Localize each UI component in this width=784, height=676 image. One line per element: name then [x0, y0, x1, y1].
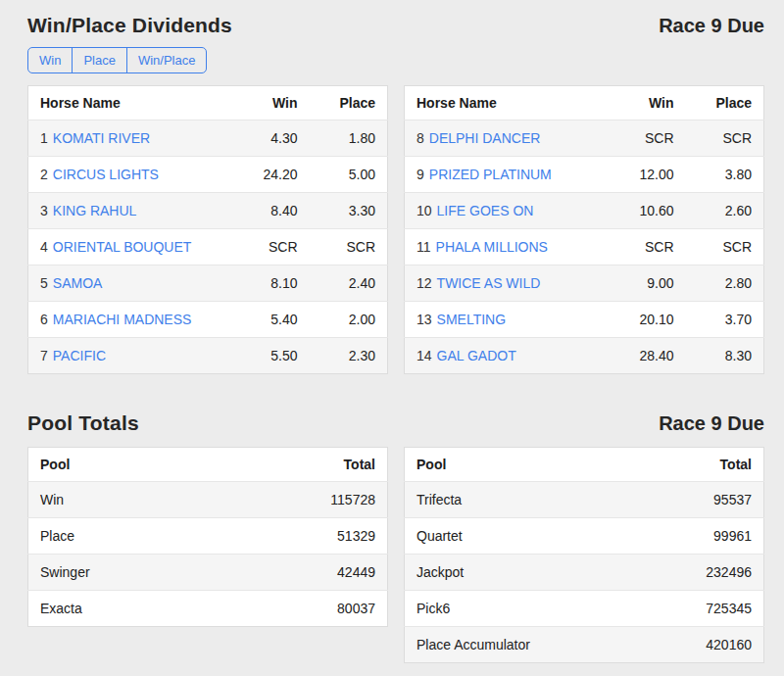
horse-name-cell: 4ORIENTAL BOUQUET	[28, 229, 231, 266]
horse-link[interactable]: KOMATI RIVER	[53, 130, 150, 146]
win-dividend-value: 5.40	[231, 302, 310, 338]
win-dividend-value: 8.40	[231, 193, 310, 229]
win-dividend-value: 20.10	[608, 302, 686, 338]
win-dividend-value: 4.30	[231, 121, 310, 157]
win-dividend-value: SCR	[231, 229, 310, 266]
table-row: 9PRIZED PLATINUM 12.00 3.80	[405, 157, 764, 193]
horse-number: 13	[416, 312, 432, 327]
page-title: Win/Place Dividends	[27, 14, 232, 37]
horse-name-cell: 9PRIZED PLATINUM	[405, 157, 608, 193]
horse-link[interactable]: SAMOA	[53, 275, 103, 291]
horse-link[interactable]: PACIFIC	[53, 348, 106, 363]
horse-number: 8	[416, 130, 424, 146]
horse-link[interactable]: ORIENTAL BOUQUET	[53, 239, 192, 255]
total-column-header: Total	[666, 448, 764, 482]
horse-name-cell: 6MARIACHI MADNESS	[28, 302, 231, 338]
horse-number: 5	[40, 275, 48, 291]
table-row: Swinger 42449	[28, 555, 388, 591]
pool-name: Jackpot	[405, 555, 666, 591]
horse-link[interactable]: SMELTING	[437, 312, 507, 327]
horse-link[interactable]: CIRCUS LIGHTS	[53, 167, 159, 182]
horse-name-cell: 12TWICE AS WILD	[405, 266, 608, 302]
pool-total-value: 232496	[666, 555, 764, 591]
place-dividend-value: 1.80	[310, 121, 388, 157]
dividends-table-left: Horse Name Win Place 1KOMATI RIVER 4.30 …	[27, 85, 388, 374]
table-row: 3KING RAHUL 8.40 3.30	[28, 193, 388, 229]
place-dividend-value: 5.00	[310, 157, 388, 193]
pool-name: Quartet	[405, 518, 666, 555]
place-column-header: Place	[686, 86, 764, 121]
filter-button-winplace[interactable]: Win/Place	[126, 47, 208, 73]
horse-number: 9	[416, 167, 424, 182]
place-dividend-value: SCR	[686, 121, 764, 157]
table-row: Quartet 99961	[405, 518, 764, 555]
horse-link[interactable]: DELPHI DANCER	[429, 130, 541, 146]
pool-name: Place Accumulator	[405, 627, 666, 663]
horse-number: 3	[40, 203, 48, 218]
horse-name-column-header: Horse Name	[28, 86, 231, 121]
pool-total-value: 95537	[666, 482, 764, 518]
table-row: Pick6 725345	[405, 591, 764, 627]
filter-button-place[interactable]: Place	[72, 47, 127, 73]
filter-button-win[interactable]: Win	[27, 47, 73, 73]
horse-link[interactable]: GAL GADOT	[437, 348, 516, 363]
table-row: Place 51329	[28, 518, 388, 555]
horse-name-cell: 14GAL GADOT	[405, 338, 608, 374]
table-row: 14GAL GADOT 28.40 8.30	[405, 338, 764, 374]
table-header-row: Pool Total	[28, 448, 388, 482]
horse-number: 7	[40, 348, 48, 363]
win-dividend-value: 9.00	[608, 266, 686, 302]
place-dividend-value: SCR	[686, 229, 764, 266]
pool-name: Trifecta	[405, 482, 666, 518]
horse-link[interactable]: TWICE AS WILD	[437, 275, 541, 291]
horse-link[interactable]: LIFE GOES ON	[437, 203, 534, 218]
win-dividend-value: 10.60	[608, 193, 686, 229]
place-dividend-value: 2.30	[310, 338, 388, 374]
win-dividend-value: 24.20	[231, 157, 310, 193]
place-dividend-value: 3.30	[310, 193, 388, 229]
pool-name: Pick6	[405, 591, 666, 627]
table-row: 6MARIACHI MADNESS 5.40 2.00	[28, 302, 388, 338]
table-row: Trifecta 95537	[405, 482, 764, 518]
horse-name-cell: 1KOMATI RIVER	[28, 121, 231, 157]
horse-name-cell: 3KING RAHUL	[28, 193, 231, 229]
horse-number: 1	[40, 130, 48, 146]
place-dividend-value: SCR	[310, 229, 388, 266]
pools-section-header: Pool Totals Race 9 Due	[27, 411, 764, 435]
horse-link[interactable]: KING RAHUL	[53, 203, 137, 218]
horse-link[interactable]: PRIZED PLATINUM	[429, 167, 552, 182]
table-header-row: Pool Total	[405, 448, 764, 482]
pool-total-value: 420160	[666, 627, 764, 663]
horse-name-cell: 10LIFE GOES ON	[405, 193, 608, 229]
table-row: 1KOMATI RIVER 4.30 1.80	[28, 121, 388, 157]
race-status-badge: Race 9 Due	[659, 412, 764, 435]
horse-name-cell: 5SAMOA	[28, 266, 231, 302]
pool-column-header: Pool	[28, 448, 290, 482]
table-row: Jackpot 232496	[405, 555, 764, 591]
win-column-header: Win	[608, 86, 686, 121]
win-dividend-value: 12.00	[608, 157, 686, 193]
horse-name-column-header: Horse Name	[405, 86, 608, 121]
win-dividend-value: 8.10	[231, 266, 310, 302]
table-row: Exacta 80037	[28, 591, 388, 627]
win-column-header: Win	[231, 86, 310, 121]
pools-title: Pool Totals	[27, 411, 139, 435]
horse-number: 12	[416, 275, 432, 291]
place-dividend-value: 3.70	[686, 302, 764, 338]
pool-total-value: 51329	[290, 518, 388, 555]
win-dividend-value: 5.50	[231, 338, 310, 374]
dividend-filter-group: Win Place Win/Place	[27, 47, 207, 73]
place-dividend-value: 2.60	[686, 193, 764, 229]
table-header-row: Horse Name Win Place	[28, 86, 388, 121]
place-dividend-value: 2.00	[310, 302, 388, 338]
table-row: 5SAMOA 8.10 2.40	[28, 266, 388, 302]
horse-link[interactable]: PHALA MILLIONS	[436, 239, 548, 255]
pool-name: Swinger	[28, 555, 290, 591]
table-row: 4ORIENTAL BOUQUET SCR SCR	[28, 229, 388, 266]
place-dividend-value: 8.30	[686, 338, 764, 374]
table-row: 12TWICE AS WILD 9.00 2.80	[405, 266, 764, 302]
pool-name: Exacta	[28, 591, 290, 627]
dividends-tables: Horse Name Win Place 1KOMATI RIVER 4.30 …	[27, 85, 764, 374]
horse-link[interactable]: MARIACHI MADNESS	[53, 312, 192, 327]
pool-total-value: 725345	[666, 591, 764, 627]
